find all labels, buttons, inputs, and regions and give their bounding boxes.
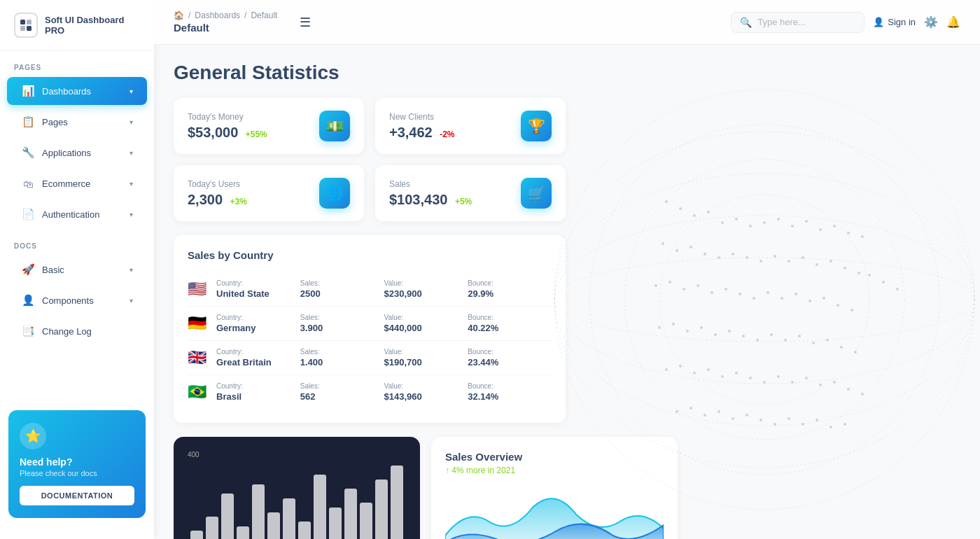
- svg-point-14: [693, 214, 696, 217]
- sales-value-us: 2500: [300, 288, 384, 299]
- sidebar-item-ecommerce[interactable]: 🛍 Ecommerce ▾: [7, 169, 147, 197]
- breadcrumb-dashboards[interactable]: Dashboards: [195, 10, 240, 20]
- settings-icon[interactable]: ⚙️: [924, 15, 938, 29]
- svg-point-22: [805, 220, 808, 223]
- country-label-gb: Country:: [216, 348, 300, 356]
- svg-point-21: [791, 225, 794, 227]
- chart-bar: [190, 531, 203, 539]
- stat-icon-money: 💵: [319, 111, 350, 141]
- value-col-gb: Value: $190,700: [384, 348, 468, 368]
- sidebar-item-pages[interactable]: 📋 Pages ▾: [7, 108, 147, 136]
- svg-point-26: [861, 235, 864, 238]
- svg-point-28: [676, 249, 678, 252]
- svg-point-97: [774, 423, 776, 426]
- svg-point-90: [676, 410, 678, 413]
- sidebar-label-applications: Applications: [42, 148, 122, 158]
- bounce-label-gb: Bounce:: [468, 348, 552, 356]
- chevron-applications-icon: ▾: [130, 149, 133, 157]
- country-row-br: 🇧🇷 Country: Brasil Sales: 562 Value: $14…: [188, 375, 552, 409]
- dashboards-icon: 📊: [21, 84, 35, 98]
- chart-bar: [252, 484, 265, 539]
- stat-info-clients: New Clients +3,462 -2%: [389, 112, 455, 141]
- svg-point-25: [847, 232, 850, 234]
- svg-point-29: [690, 246, 692, 248]
- svg-point-54: [822, 297, 825, 300]
- value-label-gb: Value:: [384, 348, 468, 356]
- value-col-us: Value: $230,900: [384, 279, 468, 299]
- stat-label-money: Today's Money: [188, 112, 267, 122]
- stat-icon-users: 🌐: [319, 178, 350, 209]
- svg-point-44: [682, 288, 685, 290]
- content-area: General Statistics Today's Money $53,000…: [154, 45, 980, 539]
- bounce-col-us: Bounce: 29.9%: [468, 279, 552, 299]
- stat-badge-clients: -2%: [440, 130, 454, 139]
- sidebar-item-components[interactable]: 👤 Components ▾: [7, 286, 147, 314]
- sales-overview-title: Sales Overview: [445, 451, 664, 463]
- svg-point-13: [679, 207, 682, 210]
- bounce-value-br: 32.14%: [468, 391, 552, 402]
- stat-card-clients: New Clients +3,462 -2% 🏆: [375, 98, 566, 154]
- svg-point-65: [728, 330, 731, 332]
- sales-col-us: Sales: 2500: [300, 279, 384, 299]
- bounce-value-gb: 23.44%: [468, 357, 552, 368]
- svg-point-15: [707, 211, 710, 214]
- svg-point-79: [721, 375, 724, 378]
- sidebar-item-authentication[interactable]: 📄 Authentication ▾: [7, 200, 147, 228]
- sales-by-country-card: Sales by Country 🇺🇸 Country: United Stat…: [174, 235, 566, 423]
- stat-value-users: 2,300 +3%: [188, 192, 247, 208]
- chart-bar: [344, 489, 357, 539]
- flag-de: 🇩🇪: [188, 314, 206, 332]
- sales-overview-pct: 4% more in 2021: [451, 465, 515, 475]
- country-name-us: United State: [216, 288, 300, 299]
- svg-point-62: [686, 330, 689, 332]
- search-icon: 🔍: [740, 17, 752, 28]
- sidebar-label-authentication: Authentication: [42, 209, 122, 220]
- help-title: Need help?: [20, 456, 134, 468]
- svg-point-96: [760, 419, 762, 421]
- stat-icon-sales: 🛒: [521, 178, 552, 209]
- sidebar-item-basic[interactable]: 🚀 Basic ▾: [7, 255, 147, 284]
- svg-point-85: [805, 377, 808, 379]
- svg-point-93: [718, 410, 720, 413]
- search-box[interactable]: 🔍: [731, 12, 864, 33]
- svg-point-51: [780, 297, 783, 300]
- sign-in-label: Sign in: [888, 17, 916, 27]
- bell-icon[interactable]: 🔔: [946, 15, 960, 29]
- svg-point-102: [844, 423, 846, 426]
- sidebar-item-changelog[interactable]: 📑 Change Log: [7, 317, 147, 345]
- svg-point-19: [763, 221, 766, 224]
- search-input[interactable]: [757, 17, 855, 27]
- sidebar-item-dashboards[interactable]: 📊 Dashboards ▾: [7, 77, 147, 105]
- chevron-components-icon: ▾: [130, 297, 133, 304]
- country-name-br: Brasil: [216, 391, 300, 402]
- bounce-col-gb: Bounce: 23.44%: [468, 348, 552, 368]
- chevron-basic-icon: ▾: [130, 266, 133, 274]
- chevron-dashboards-icon: ▾: [130, 88, 133, 95]
- sidebar-label-changelog: Change Log: [42, 326, 133, 337]
- sidebar-item-applications[interactable]: 🔧 Applications ▾: [7, 139, 147, 167]
- svg-point-27: [662, 242, 664, 245]
- breadcrumb-path: 🏠 / Dashboards / Default: [174, 10, 277, 20]
- stat-info-users: Today's Users 2,300 +3%: [188, 179, 247, 208]
- stat-label-clients: New Clients: [389, 112, 455, 122]
- stat-label-users: Today's Users: [188, 179, 247, 189]
- svg-point-24: [833, 225, 836, 227]
- svg-point-83: [777, 375, 780, 378]
- bounce-label-br: Bounce:: [468, 382, 552, 390]
- svg-point-30: [704, 253, 706, 255]
- sign-in-button[interactable]: 👤 Sign in: [873, 17, 916, 27]
- sales-col-de: Sales: 3.900: [300, 314, 384, 333]
- value-amount-us: $230,900: [384, 288, 468, 299]
- documentation-button[interactable]: DOCUMENTATION: [20, 486, 134, 505]
- breadcrumb-sep2: /: [244, 10, 246, 20]
- value-label-us: Value:: [384, 279, 468, 287]
- svg-point-46: [710, 291, 713, 294]
- svg-point-17: [735, 218, 738, 220]
- chart-bar: [360, 503, 372, 539]
- value-label-de: Value:: [384, 314, 468, 321]
- hamburger-menu-icon[interactable]: ☰: [300, 15, 311, 30]
- topbar: 🏠 / Dashboards / Default Default ☰ 🔍 👤 S…: [154, 0, 980, 45]
- value-col-br: Value: $143,960: [384, 382, 468, 402]
- svg-point-63: [700, 326, 703, 329]
- svg-point-91: [690, 407, 692, 410]
